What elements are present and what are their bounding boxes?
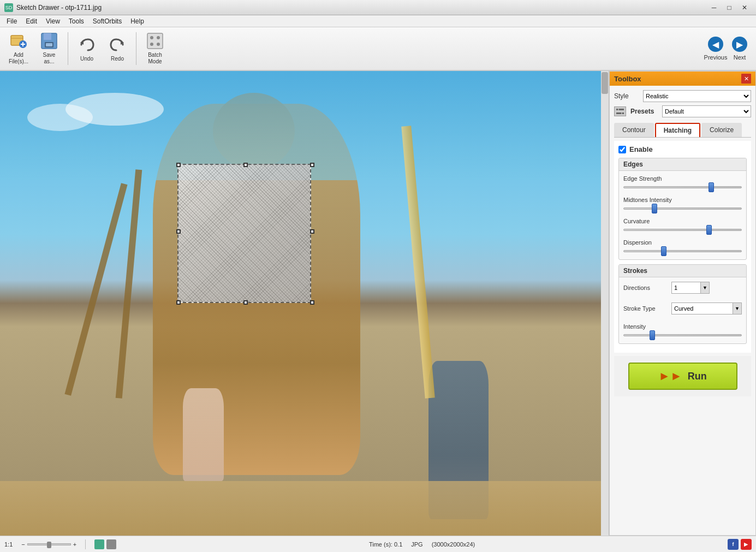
next-button[interactable]: ▶ Next bbox=[728, 29, 752, 68]
format-label: JPG bbox=[411, 541, 422, 548]
curvature-track bbox=[623, 229, 742, 231]
zoom-in-icon[interactable]: + bbox=[73, 541, 76, 548]
cloud-2 bbox=[66, 93, 164, 126]
edge-strength-track bbox=[623, 186, 742, 188]
redo-button[interactable]: Redo bbox=[103, 29, 132, 68]
toolbar: AddFile(s)... Saveas... Undo bbox=[0, 27, 756, 71]
tab-hatching[interactable]: Hatching bbox=[655, 123, 700, 137]
style-select[interactable]: Realistic bbox=[643, 90, 751, 102]
menu-tools[interactable]: Tools bbox=[64, 16, 88, 26]
next-icon: ▶ bbox=[732, 37, 747, 52]
menu-softorbits[interactable]: SoftOrbits bbox=[88, 16, 126, 26]
undo-icon bbox=[78, 36, 96, 54]
run-label: Run bbox=[688, 371, 707, 382]
batch-mode-button[interactable]: BatchMode bbox=[141, 29, 169, 68]
selection-handle-ml[interactable] bbox=[176, 229, 181, 234]
menu-edit[interactable]: Edit bbox=[21, 16, 41, 26]
edges-body: Edge Strength Midtones Intensity bbox=[619, 171, 746, 259]
tabs-container: Contour Hatching Colorize bbox=[614, 123, 751, 138]
youtube-icon: ▶ bbox=[741, 539, 752, 550]
next-label: Next bbox=[734, 54, 746, 61]
stroke-type-row: Stroke Type Curved ▼ bbox=[623, 302, 742, 314]
intensity-thumb[interactable] bbox=[650, 330, 655, 340]
zoom-out-icon[interactable]: − bbox=[21, 541, 25, 548]
curvature-thumb[interactable] bbox=[706, 225, 712, 235]
menu-view[interactable]: View bbox=[41, 16, 64, 26]
run-button[interactable]: ►► Run bbox=[628, 363, 737, 390]
undo-button[interactable]: Undo bbox=[73, 29, 101, 68]
zoom-slider-area[interactable]: − + bbox=[21, 541, 76, 548]
curvature-slider[interactable] bbox=[623, 226, 742, 234]
zoom-area: 1:1 bbox=[4, 541, 13, 548]
add-files-icon bbox=[10, 32, 27, 50]
maximize-button[interactable]: □ bbox=[722, 2, 736, 13]
dispersion-track bbox=[623, 250, 742, 252]
add-files-label: AddFile(s)... bbox=[9, 52, 28, 65]
canvas-area[interactable] bbox=[0, 71, 609, 536]
previous-button[interactable]: ◀ Previous bbox=[704, 29, 728, 68]
svg-rect-15 bbox=[616, 109, 624, 110]
selection-handle-tm[interactable] bbox=[243, 163, 248, 167]
time-label: Time (s): 0.1 bbox=[369, 541, 402, 548]
toolbox-close-button[interactable]: ✕ bbox=[741, 74, 751, 84]
batch-mode-icon bbox=[146, 32, 164, 50]
toolbar-separator-1 bbox=[68, 32, 68, 65]
wooden-deck bbox=[0, 481, 609, 536]
presets-icon bbox=[614, 106, 626, 116]
selection-handle-bl[interactable] bbox=[176, 300, 181, 305]
midtones-intensity-slider[interactable] bbox=[623, 205, 742, 212]
edge-strength-row: Edge Strength bbox=[623, 175, 742, 191]
dispersion-row: Dispersion bbox=[623, 239, 742, 255]
svg-point-12 bbox=[157, 36, 160, 39]
svg-rect-5 bbox=[44, 33, 51, 40]
scrollbar-thumb[interactable] bbox=[602, 72, 608, 94]
edge-strength-thumb[interactable] bbox=[709, 182, 714, 192]
stroke-type-arrow-icon: ▼ bbox=[733, 303, 741, 314]
presets-select[interactable]: Default bbox=[662, 105, 751, 117]
selection-handle-br[interactable] bbox=[310, 300, 314, 305]
menu-help[interactable]: Help bbox=[126, 16, 148, 26]
nav-arrows: ◀ Previous ▶ Next bbox=[704, 29, 752, 68]
main-area: Toolbox ✕ Style Realistic bbox=[0, 71, 756, 536]
close-button[interactable]: ✕ bbox=[737, 2, 752, 13]
svg-rect-17 bbox=[618, 109, 619, 110]
edge-strength-slider[interactable] bbox=[623, 183, 742, 191]
selection-handle-tr[interactable] bbox=[310, 163, 314, 167]
vertical-scrollbar[interactable] bbox=[601, 71, 609, 536]
selection-handle-bm[interactable] bbox=[243, 300, 248, 305]
toolbar-separator-2 bbox=[136, 32, 136, 65]
directions-select[interactable]: 1 ▼ bbox=[671, 282, 710, 294]
status-icons bbox=[94, 539, 116, 549]
title-bar: SD Sketch Drawer - otp-1711.jpg ─ □ ✕ bbox=[0, 0, 756, 15]
midtones-thumb[interactable] bbox=[652, 204, 657, 213]
selection-handle-mr[interactable] bbox=[310, 229, 314, 234]
menu-file[interactable]: File bbox=[2, 16, 21, 26]
enable-checkbox[interactable] bbox=[618, 146, 626, 153]
style-row: Style Realistic bbox=[614, 90, 751, 102]
strokes-section: Strokes Directions 1 ▼ bbox=[618, 264, 747, 344]
midtones-track bbox=[623, 207, 742, 210]
menu-bar: File Edit View Tools SoftOrbits Help bbox=[0, 15, 756, 27]
edges-title: Edges bbox=[619, 158, 746, 171]
dispersion-thumb[interactable] bbox=[661, 246, 666, 256]
zoom-slider[interactable] bbox=[27, 543, 71, 545]
minimize-button[interactable]: ─ bbox=[707, 2, 721, 13]
directions-row: Directions 1 ▼ bbox=[623, 282, 742, 294]
status-info: Time (s): 0.1 JPG (3000x2000x24) bbox=[369, 541, 475, 548]
add-files-button[interactable]: AddFile(s)... bbox=[4, 29, 33, 68]
stroke-type-select[interactable]: Curved ▼ bbox=[671, 302, 742, 314]
app-icon: SD bbox=[4, 3, 13, 12]
dimensions-label: (3000x2000x24) bbox=[432, 541, 475, 548]
redo-label: Redo bbox=[111, 56, 124, 62]
svg-point-14 bbox=[157, 43, 160, 46]
dispersion-slider[interactable] bbox=[623, 247, 742, 255]
tab-colorize[interactable]: Colorize bbox=[701, 123, 742, 137]
selection-handle-tl[interactable] bbox=[176, 163, 181, 167]
svg-rect-18 bbox=[621, 112, 622, 114]
zoom-thumb[interactable] bbox=[47, 542, 51, 548]
intensity-slider[interactable] bbox=[623, 331, 742, 339]
tab-contour[interactable]: Contour bbox=[614, 123, 654, 137]
intensity-track bbox=[623, 334, 742, 336]
save-as-button[interactable]: Saveas... bbox=[35, 29, 63, 68]
zoom-label: 1:1 bbox=[4, 541, 13, 548]
